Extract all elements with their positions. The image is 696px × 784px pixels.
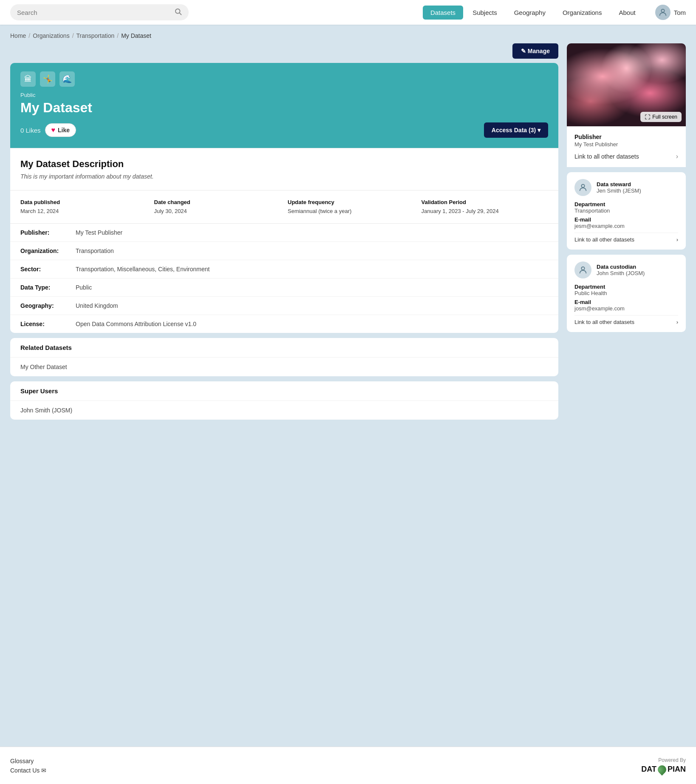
footer: Glossary Contact Us ✉ Powered By DATPIAN [0, 747, 696, 784]
steward-chevron-icon: › [676, 236, 678, 243]
avatar [655, 5, 671, 20]
icon-person-running: 🤸 [40, 71, 55, 87]
datopian-logo: DATPIAN [641, 765, 686, 774]
left-column: ✎ Manage 🏛 🤸 🌊 Public My Dataset 0 Likes… [10, 43, 558, 420]
steward-all-datasets-link[interactable]: Link to all other datasets › [574, 233, 678, 243]
meta-date-changed-label: Date changed [154, 199, 281, 205]
nav-item-about[interactable]: About [611, 6, 643, 20]
fullscreen-button[interactable]: Full screen [640, 112, 682, 122]
steward-email-value: jesm@example.com [574, 223, 678, 229]
meta-update-frequency: Update frequency Semiannual (twice a yea… [288, 199, 415, 215]
right-column: Full screen Publisher My Test Publisher … [567, 43, 686, 332]
svg-line-1 [179, 13, 181, 14]
icon-building: 🏛 [20, 71, 36, 87]
likes-count: 0 Likes [20, 127, 41, 134]
steward-role: Data steward [597, 181, 641, 187]
breadcrumb-organizations[interactable]: Organizations [33, 32, 69, 39]
dataset-title: My Dataset [20, 100, 548, 116]
fullscreen-label: Full screen [652, 114, 677, 120]
search-bar[interactable] [10, 4, 189, 20]
field-value: Open Data Commons Attribution License v1… [76, 321, 196, 327]
field-label: Data Type: [20, 284, 76, 291]
main-content: ✎ Manage 🏛 🤸 🌊 Public My Dataset 0 Likes… [0, 43, 696, 747]
field-label: Organization: [20, 247, 76, 254]
field-row: Organization: Transportation [10, 241, 558, 260]
custodian-department-label: Department [574, 284, 678, 290]
custodian-header: Data custodian John Smith (JOSM) [574, 261, 678, 278]
cover-image: Full screen [567, 43, 686, 126]
custodian-email-label: E-mail [574, 299, 678, 305]
main-nav: Datasets Subjects Geography Organization… [423, 6, 643, 20]
breadcrumb-current: My Dataset [121, 32, 151, 39]
related-datasets-card: Related Datasets My Other Dataset [10, 338, 558, 376]
field-label: License: [20, 321, 76, 327]
dataset-visibility: Public [20, 92, 548, 98]
breadcrumb-home[interactable]: Home [10, 32, 26, 39]
custodian-department: Department Public Health [574, 284, 678, 296]
field-value: Transportation, Miscellaneous, Cities, E… [76, 266, 209, 273]
like-button[interactable]: ♥ Like [45, 123, 76, 137]
field-value: Public [76, 284, 92, 291]
chevron-right-icon: › [676, 153, 678, 160]
super-users-header: Super Users [10, 381, 558, 401]
custodian-department-value: Public Health [574, 290, 678, 296]
field-label: Publisher: [20, 229, 76, 236]
likes-area: 0 Likes ♥ Like [20, 123, 76, 137]
icon-wave: 🌊 [59, 71, 75, 87]
custodian-all-datasets-link[interactable]: Link to all other datasets › [574, 315, 678, 325]
breadcrumb: Home / Organizations / Transportation / … [0, 25, 696, 43]
field-value: United Kingdom [76, 302, 118, 309]
nav-item-datasets[interactable]: Datasets [423, 6, 463, 20]
nav-item-organizations[interactable]: Organizations [555, 6, 610, 20]
meta-validation-period-value: January 1, 2023 - July 29, 2024 [422, 208, 499, 214]
like-label: Like [58, 127, 70, 134]
fields-table: Publisher: My Test Publisher Organizatio… [10, 223, 558, 333]
steward-department-value: Transportation [574, 207, 678, 214]
field-row: Data Type: Public [10, 278, 558, 296]
publisher-value: My Test Publisher [574, 141, 678, 148]
publisher-all-datasets-link[interactable]: Link to all other datasets › [574, 148, 678, 160]
svg-point-4 [581, 267, 584, 270]
field-value: Transportation [76, 247, 114, 254]
manage-button[interactable]: ✎ Manage [512, 43, 558, 59]
related-datasets-header: Related Datasets [10, 338, 558, 358]
mail-icon: ✉ [41, 767, 46, 774]
data-steward-card: Data steward Jen Smith (JESM) Department… [567, 172, 686, 250]
svg-point-2 [661, 9, 664, 12]
description-title: My Dataset Description [20, 159, 548, 170]
field-row: Sector: Transportation, Miscellaneous, C… [10, 260, 558, 278]
custodian-email-value: josm@example.com [574, 305, 678, 312]
hero-icons: 🏛 🤸 🌊 [20, 71, 548, 87]
user-menu[interactable]: Tom [655, 5, 686, 20]
steward-email-label: E-mail [574, 216, 678, 223]
description-text: This is my important information about m… [20, 173, 548, 180]
meta-validation-period-label: Validation Period [422, 199, 549, 205]
publisher-label: Publisher [574, 134, 678, 140]
meta-data-published: Data published March 12, 2024 [20, 199, 147, 215]
custodian-info: Data custodian John Smith (JOSM) [597, 264, 645, 276]
custodian-email: E-mail josm@example.com [574, 299, 678, 312]
nav-item-subjects[interactable]: Subjects [465, 6, 505, 20]
breadcrumb-transportation[interactable]: Transportation [76, 32, 115, 39]
description-card: My Dataset Description This is my import… [10, 148, 558, 190]
steward-name: Jen Smith (JESM) [597, 187, 641, 194]
steward-department: Department Transportation [574, 201, 678, 214]
nav-item-geography[interactable]: Geography [506, 6, 553, 20]
meta-validation-period: Validation Period January 1, 2023 - July… [422, 199, 549, 215]
publisher-link-label: Link to all other datasets [574, 153, 639, 160]
custodian-chevron-icon: › [676, 319, 678, 325]
steward-header: Data steward Jen Smith (JESM) [574, 179, 678, 196]
field-row: License: Open Data Commons Attribution L… [10, 315, 558, 333]
search-input[interactable] [17, 9, 171, 16]
super-users-card: Super Users John Smith (JOSM) [10, 381, 558, 420]
svg-point-3 [581, 185, 584, 187]
dataset-hero: 🏛 🤸 🌊 Public My Dataset 0 Likes ♥ Like A… [10, 63, 558, 148]
access-data-button[interactable]: Access Data (3) ▾ [484, 122, 548, 138]
footer-glossary-link[interactable]: Glossary [10, 758, 46, 764]
user-name-label: Tom [674, 9, 686, 16]
field-row: Geography: United Kingdom [10, 296, 558, 315]
footer-contact-link[interactable]: Contact Us ✉ [10, 767, 46, 774]
custodian-avatar [574, 261, 591, 278]
related-dataset-item[interactable]: My Other Dataset [10, 358, 558, 376]
meta-row: Data published March 12, 2024 Date chang… [10, 190, 558, 223]
